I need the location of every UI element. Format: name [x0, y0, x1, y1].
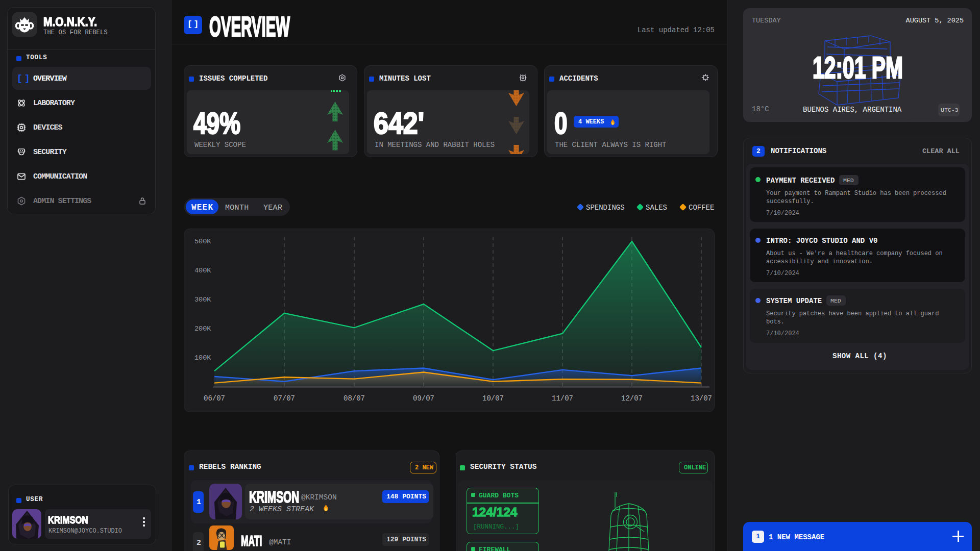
svg-text:10/07: 10/07: [482, 394, 504, 403]
svg-text:06/07: 06/07: [204, 394, 225, 403]
svg-text:08/07: 08/07: [344, 394, 365, 403]
svg-text:300K: 300K: [194, 296, 211, 304]
svg-text:13/07: 13/07: [691, 394, 712, 403]
svg-text:12/07: 12/07: [621, 394, 643, 403]
svg-text:07/07: 07/07: [274, 394, 295, 403]
svg-text:09/07: 09/07: [413, 394, 434, 403]
svg-text:11/07: 11/07: [552, 394, 573, 403]
svg-text:400K: 400K: [194, 267, 211, 274]
svg-text:200K: 200K: [194, 325, 211, 333]
svg-text:100K: 100K: [194, 354, 211, 362]
svg-text:500K: 500K: [194, 238, 211, 245]
